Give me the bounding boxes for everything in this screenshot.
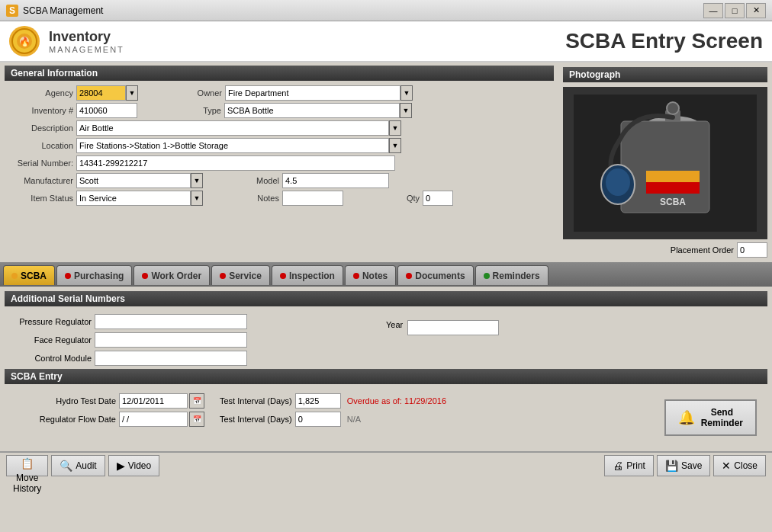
tab-scba-label: SCBA [21, 271, 47, 281]
model-label: Model [211, 176, 279, 185]
svg-point-19 [606, 168, 630, 196]
save-button[interactable]: 💾 Save [657, 455, 710, 476]
location-dropdown[interactable]: ▼ [389, 138, 401, 153]
na-text: N/A [347, 415, 361, 424]
manufacturer-input[interactable] [76, 173, 191, 188]
tab-scba-dot [11, 273, 18, 279]
item-status-input[interactable] [76, 191, 191, 206]
svg-rect-21 [646, 182, 700, 194]
owner-label: Owner [153, 88, 222, 98]
pressure-regulator-row: Pressure Regulator [8, 314, 386, 329]
type-dropdown[interactable]: ▼ [400, 103, 412, 118]
tab-documents[interactable]: Documents [397, 265, 473, 285]
footer: 📋 MoveHistory 🔍 Audit ▶ Video 🖨 Print 💾 … [0, 451, 772, 479]
close-button[interactable]: ✕ Close [713, 455, 766, 476]
placement-order-label: Placement Order [671, 245, 734, 255]
description-row: Description ▼ [5, 120, 554, 136]
description-dropdown[interactable]: ▼ [389, 120, 401, 136]
tab-notes-label: Notes [362, 271, 388, 281]
minimize-button[interactable]: — [703, 3, 723, 18]
tab-workorder-label: Work Order [151, 271, 201, 281]
type-label: Type [153, 106, 221, 115]
window-controls: — □ ✕ [703, 3, 766, 18]
pressure-regulator-input[interactable] [95, 314, 247, 329]
hydro-test-date-input[interactable] [119, 393, 188, 409]
item-status-dropdown[interactable]: ▼ [191, 191, 203, 206]
screen-title: SCBA Entry Screen [565, 29, 763, 53]
tab-purchasing[interactable]: Purchasing [56, 265, 132, 285]
send-reminder-button[interactable]: 🔔 SendReminder [664, 399, 757, 436]
test-interval-label2: Test Interval (Days) [220, 415, 292, 424]
title-bar: S SCBA Management — □ ✕ [0, 0, 772, 21]
tab-content-scba: Additional Serial Numbers Pressure Regul… [0, 287, 772, 451]
placement-order-row: Placement Order [563, 242, 767, 258]
app-subtitle: MANAGEMENT [49, 45, 124, 54]
tab-reminders[interactable]: Reminders [475, 265, 548, 285]
window-title: SCBA Management [23, 5, 703, 16]
hydro-test-calendar-btn[interactable]: 📅 [189, 393, 204, 409]
svg-rect-20 [646, 171, 700, 182]
maximize-button[interactable]: □ [725, 3, 745, 18]
face-regulator-input[interactable] [95, 332, 247, 348]
regulator-flow-date-input[interactable] [119, 412, 188, 427]
general-info-panel: General Information Agency ▼ Owner ▼ Inv… [0, 62, 558, 262]
agency-input[interactable] [76, 85, 126, 101]
model-input[interactable] [282, 173, 389, 188]
tab-workorder[interactable]: Work Order [133, 265, 210, 285]
regulator-flow-calendar-btn[interactable]: 📅 [189, 412, 204, 427]
agency-row: Agency ▼ Owner ▼ [5, 85, 554, 101]
status-row: Item Status ▼ Notes Qty [5, 191, 554, 206]
owner-input[interactable] [225, 85, 400, 101]
year-label: Year [386, 320, 403, 329]
print-label: Print [626, 460, 645, 471]
app-icon: S [6, 5, 18, 17]
test-interval-input2[interactable] [295, 412, 341, 427]
svg-text:S: S [9, 5, 15, 16]
tab-service-dot [220, 273, 226, 279]
serial-input[interactable] [76, 155, 395, 171]
hydro-test-row: Hydro Test Date 📅 Test Interval (Days) O… [9, 393, 658, 409]
tab-scba[interactable]: SCBA [3, 265, 55, 285]
owner-dropdown[interactable]: ▼ [400, 85, 413, 101]
print-button[interactable]: 🖨 Print [604, 455, 654, 476]
video-button[interactable]: ▶ Video [108, 455, 159, 476]
tab-notes[interactable]: Notes [345, 265, 396, 285]
item-status-label: Item Status [5, 194, 73, 203]
inventory-input[interactable] [76, 103, 137, 118]
serial-row: Serial Number: [5, 155, 554, 171]
video-icon: ▶ [117, 460, 125, 472]
tab-inspection-label: Inspection [289, 271, 335, 281]
additional-serial-header: Additional Serial Numbers [5, 291, 767, 306]
tab-inspection[interactable]: Inspection [272, 265, 343, 285]
notes-input[interactable] [282, 191, 343, 206]
close-window-button[interactable]: ✕ [746, 3, 766, 18]
test-interval-input1[interactable] [295, 393, 341, 409]
move-history-button[interactable]: 📋 MoveHistory [6, 455, 48, 476]
type-input[interactable] [224, 103, 400, 118]
year-input[interactable] [407, 320, 499, 335]
close-icon: ✕ [722, 460, 731, 472]
description-input[interactable] [76, 120, 389, 136]
tab-service[interactable]: Service [211, 265, 270, 285]
tab-purchasing-dot [65, 273, 71, 279]
additional-serial-grid: Pressure Regulator Face Regulator Contro… [5, 311, 767, 369]
scba-photo: 4500 SCBA [574, 95, 757, 232]
send-reminder-icon: 🔔 [678, 409, 695, 426]
location-input[interactable] [76, 138, 389, 153]
photograph-header: Photograph [563, 67, 767, 82]
move-history-icon: 📋 [21, 457, 34, 470]
app-header: 🔥 Inventory MANAGEMENT SCBA Entry Screen [0, 21, 772, 62]
audit-icon: 🔍 [60, 460, 72, 472]
agency-dropdown[interactable]: ▼ [126, 85, 138, 101]
audit-button[interactable]: 🔍 Audit [51, 455, 105, 476]
manufacturer-dropdown[interactable]: ▼ [191, 173, 203, 188]
audit-label: Audit [76, 460, 96, 471]
qty-label: Qty [351, 194, 420, 203]
hydro-test-label: Hydro Test Date [9, 396, 116, 405]
placement-order-input[interactable] [737, 242, 767, 258]
location-label: Location [5, 141, 73, 150]
qty-input[interactable] [423, 191, 453, 206]
control-module-input[interactable] [95, 351, 247, 366]
control-module-label: Control Module [8, 354, 92, 363]
print-icon: 🖨 [613, 460, 623, 472]
